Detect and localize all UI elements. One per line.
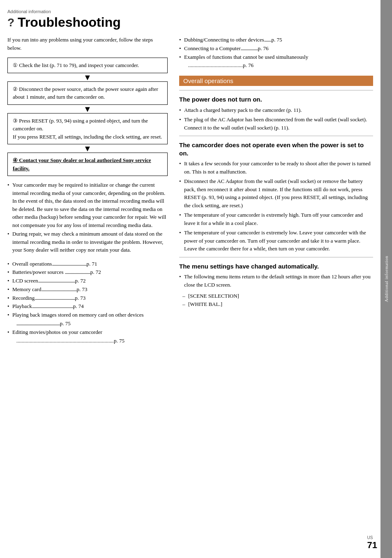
subsection-2-bullets: It takes a few seconds for your camcorde… xyxy=(179,160,373,253)
step-2-number: ② xyxy=(13,86,19,92)
sub2-bullet-1: It takes a few seconds for your camcorde… xyxy=(179,160,373,176)
page-title-text: Troubleshooting xyxy=(18,15,121,30)
step-2-box: ② Disconnect the power source, attach th… xyxy=(7,81,168,105)
arrow-2: ▼ xyxy=(7,105,168,113)
step-4-number: ④ xyxy=(13,157,19,163)
right-toc-item-3: Examples of functions that cannot be use… xyxy=(179,53,373,70)
left-bullet-1: Your camcorder may be required to initia… xyxy=(7,181,168,229)
intro-paragraph: If you run into any problems using your … xyxy=(7,36,168,52)
toc-item-8: Editing movies/photos on your camcorder … xyxy=(7,328,168,345)
step-1-number: ① xyxy=(13,62,19,68)
subsection-1-title: The power does not turn on. xyxy=(179,95,373,104)
step-1-text: Check the list (p. 71 to 79), and inspec… xyxy=(19,62,139,68)
subsection-2-title: The camcorder does not operate even when… xyxy=(179,141,373,157)
side-tab: Additional information xyxy=(380,0,392,558)
arrow-1: ▼ xyxy=(7,73,168,81)
toc-item-5: Recording...............................… xyxy=(7,294,168,303)
right-column: Dubbing/Connecting to other devices.....… xyxy=(179,36,373,546)
page-title: ? Troubleshooting xyxy=(7,15,373,30)
right-toc-item-2: Connecting to a Computer................… xyxy=(179,44,373,53)
sub2-bullet-3: The temperature of your camcorder is ext… xyxy=(179,211,373,227)
divider-2 xyxy=(179,136,373,136)
two-col-layout: If you run into any problems using your … xyxy=(7,36,373,546)
sub3-bullet-1: The following menu items return to the d… xyxy=(179,273,373,289)
page-number-area: US 71 xyxy=(367,535,377,551)
subsection-3-bullets: The following menu items return to the d… xyxy=(179,273,373,289)
toc-item-3: LCD screen..............................… xyxy=(7,277,168,285)
toc-list: Overall operations......................… xyxy=(7,260,168,345)
toc-item-7: Playing back images stored on memory car… xyxy=(7,311,168,328)
right-toc-item-1: Dubbing/Connecting to other devices.....… xyxy=(179,36,373,44)
step-4-box: ④ Contact your Sony dealer or local auth… xyxy=(7,153,168,176)
subsection-1-bullets: Attach a charged battery pack to the cam… xyxy=(179,106,373,132)
step-3-box: ③ Press RESET (p. 93, 94) using a pointe… xyxy=(7,113,168,145)
toc-item-2: Batteries/power sources ................… xyxy=(7,268,168,277)
left-bullet-2: During repair, we may check a minimum am… xyxy=(7,230,168,254)
sub-bullet-2: [WHITE BAL.] xyxy=(182,300,373,308)
toc-item-6: Playback................................… xyxy=(7,302,168,311)
sub-bullet-list: [SCENE SELECTION] [WHITE BAL.] xyxy=(182,292,373,308)
troubleshoot-icon: ? xyxy=(7,16,14,29)
divider-1 xyxy=(179,90,373,90)
toc-item-1: Overall operations......................… xyxy=(7,260,168,269)
step-3-text: Press RESET (p. 93, 94) using a pointed … xyxy=(13,118,162,140)
step-4-text: Contact your Sony dealer or local author… xyxy=(13,157,151,171)
sub1-bullet-2: The plug of the AC Adaptor has been disc… xyxy=(179,116,373,132)
sub-bullet-1: [SCENE SELECTION] xyxy=(182,292,373,300)
sub1-bullet-1: Attach a charged battery pack to the cam… xyxy=(179,106,373,114)
arrow-3: ▼ xyxy=(7,144,168,153)
step-2-text: Disconnect the power source, attach the … xyxy=(13,86,158,100)
left-bullet-list: Your camcorder may be required to initia… xyxy=(7,181,168,254)
step-1-box: ① Check the list (p. 71 to 79), and insp… xyxy=(7,58,168,73)
overall-operations-header: Overall operations xyxy=(179,76,373,86)
left-column: If you run into any problems using your … xyxy=(7,36,168,546)
page: Additional information ? Troubleshooting… xyxy=(0,0,392,558)
page-number-label: US xyxy=(367,535,373,540)
side-tab-text: Additional information xyxy=(384,256,389,302)
subsection-3-title: The menu settings have changed automatic… xyxy=(179,262,373,271)
page-number: 71 xyxy=(367,540,377,551)
sub2-bullet-2: Disconnect the AC Adaptor from the wall … xyxy=(179,177,373,209)
sub2-bullet-4: The temperature of your camcorder is ext… xyxy=(179,229,373,253)
right-toc-list: Dubbing/Connecting to other devices.....… xyxy=(179,36,373,70)
section-label: Additional information xyxy=(7,9,373,14)
main-content: Additional information ? Troubleshooting… xyxy=(0,0,380,558)
toc-item-4: Memory card.............................… xyxy=(7,285,168,294)
step-3-number: ③ xyxy=(13,118,19,124)
divider-3 xyxy=(179,257,373,257)
